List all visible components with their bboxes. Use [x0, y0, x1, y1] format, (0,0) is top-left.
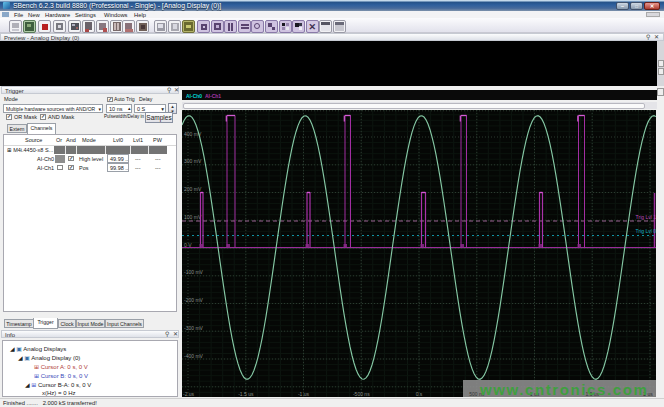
svg-text:www.cntronics.com: www.cntronics.com — [479, 381, 648, 397]
svg-text:-1.5 us: -1.5 us — [238, 391, 254, 397]
svg-text:-400 mV: -400 mV — [184, 353, 204, 359]
svg-text:-200 mV: -200 mV — [184, 297, 204, 303]
svg-text:-300 mV: -300 mV — [184, 325, 204, 331]
svg-text:-500 ns: -500 ns — [353, 391, 370, 397]
svg-text:Trig Lvl 0: Trig Lvl 0 — [636, 228, 656, 234]
svg-text:300 mV: 300 mV — [184, 158, 202, 164]
svg-text:0 V: 0 V — [184, 242, 192, 248]
svg-text:200 mV: 200 mV — [184, 186, 202, 192]
svg-text:-2 us: -2 us — [183, 391, 195, 397]
svg-text:-100 mV: -100 mV — [184, 269, 204, 275]
svg-text:0 s: 0 s — [416, 391, 423, 397]
svg-text:-1 us: -1 us — [298, 391, 310, 397]
svg-text:100 mV: 100 mV — [184, 214, 202, 220]
svg-text:Trig Lvl 1: Trig Lvl 1 — [636, 214, 656, 220]
